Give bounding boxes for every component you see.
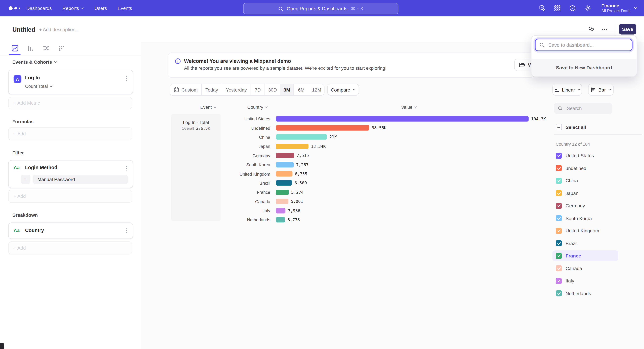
legend-checkbox[interactable]: [556, 203, 562, 209]
select-all-row[interactable]: Select all: [556, 124, 586, 130]
project-switcher[interactable]: Finance All Project Data: [601, 3, 637, 14]
legend-row-brazil[interactable]: Brazil: [552, 238, 618, 249]
legend-row-united-states[interactable]: United States: [552, 150, 618, 161]
nav-item-events[interactable]: Events: [118, 6, 132, 10]
chart-bar[interactable]: [276, 134, 327, 140]
tab-funnels[interactable]: [27, 45, 34, 52]
chart-bar[interactable]: [276, 199, 288, 204]
settings-gear-icon[interactable]: [584, 5, 591, 11]
tab-flows[interactable]: [43, 45, 50, 52]
legend-checkbox[interactable]: [556, 153, 562, 159]
apps-grid-icon[interactable]: [554, 5, 561, 11]
range-12m[interactable]: 12M: [309, 84, 324, 95]
legend-checkbox[interactable]: [556, 253, 562, 259]
range-3m[interactable]: 3M: [280, 84, 294, 95]
dashboard-search-field[interactable]: [535, 38, 632, 51]
column-header-country[interactable]: Country: [237, 105, 278, 109]
breakdown-property-name[interactable]: Country: [25, 228, 44, 233]
help-icon[interactable]: ?: [569, 5, 576, 11]
range-yesterday[interactable]: Yesterday: [222, 84, 251, 95]
legend-checkbox[interactable]: [556, 165, 562, 171]
chart-type-selector[interactable]: Bar: [588, 84, 614, 96]
global-search-button[interactable]: Open Reports & Dashboards ⌘ + K: [243, 3, 398, 14]
chart-bar[interactable]: [276, 125, 369, 131]
legend-checkbox[interactable]: [556, 215, 562, 221]
legend-checkbox[interactable]: [556, 190, 562, 196]
chart-bar[interactable]: [276, 116, 528, 121]
chart-bar[interactable]: [276, 162, 294, 167]
column-header-value[interactable]: Value: [388, 105, 430, 109]
tab-insights[interactable]: [12, 45, 18, 52]
nav-item-reports[interactable]: Reports: [62, 6, 84, 10]
filter-property-name[interactable]: Login Method: [25, 165, 57, 170]
compare-button[interactable]: Compare: [327, 84, 359, 96]
chart-bar[interactable]: [276, 144, 308, 149]
search-icon: [278, 6, 284, 11]
column-header-event[interactable]: Event: [188, 105, 229, 109]
legend-checkbox[interactable]: [556, 228, 562, 234]
add-formula-button[interactable]: + Add: [8, 127, 132, 140]
legend-row-canada[interactable]: Canada: [552, 263, 618, 274]
chart-row: Netherlands3,738: [221, 215, 550, 224]
chart-bar[interactable]: [276, 217, 285, 222]
metric-card[interactable]: A Log In ⋮ Count Total: [8, 70, 133, 94]
legend-row-united-kingdom[interactable]: United Kingdom: [552, 225, 618, 236]
report-title[interactable]: Untitled: [12, 26, 35, 33]
legend-row-netherlands[interactable]: Netherlands: [552, 288, 618, 299]
events-cohorts-header[interactable]: Events & Cohorts: [12, 59, 57, 64]
legend-row-china[interactable]: China: [552, 175, 618, 186]
tab-retention[interactable]: [58, 45, 65, 52]
copy-link-icon[interactable]: [588, 26, 594, 32]
legend-row-germany[interactable]: Germany: [552, 200, 618, 211]
filter-card[interactable]: Aa Login Method ⋮ = Manual Password: [8, 160, 133, 188]
legend-checkbox[interactable]: [556, 240, 562, 246]
range-today[interactable]: Today: [202, 84, 222, 95]
legend-row-undefined[interactable]: undefined: [552, 163, 618, 173]
metric-aggregation[interactable]: Count Total: [25, 84, 53, 89]
more-options-icon[interactable]: ⋯: [601, 25, 608, 33]
series-summary-panel[interactable]: Log In - Total Overall276.5K: [171, 114, 220, 221]
save-to-new-dashboard-button[interactable]: Save to New Dashboard: [532, 59, 636, 76]
add-description[interactable]: + Add description...: [39, 27, 79, 32]
nav-item-dashboards[interactable]: Dashboards: [26, 6, 52, 10]
legend-checkbox[interactable]: [556, 178, 562, 184]
legend-row-japan[interactable]: Japan: [552, 188, 618, 198]
nav-item-users[interactable]: Users: [94, 6, 107, 10]
kebab-menu-icon[interactable]: ⋮: [124, 76, 130, 81]
legend-row-france[interactable]: France: [552, 250, 618, 261]
save-button[interactable]: Save: [619, 24, 636, 34]
legend-label: Japan: [566, 191, 578, 196]
range-7d[interactable]: 7D: [251, 84, 265, 95]
select-all-checkbox[interactable]: [556, 124, 562, 130]
mixpanel-logo-icon[interactable]: [6, 5, 24, 11]
kebab-menu-icon[interactable]: ⋮: [124, 165, 130, 171]
chevron-down-icon: [213, 106, 216, 108]
legend-row-south-korea[interactable]: South Korea: [552, 213, 618, 224]
add-breakdown-button[interactable]: + Add: [8, 241, 132, 255]
chart-bar[interactable]: [276, 171, 292, 177]
scale-selector[interactable]: Linear: [552, 84, 582, 96]
range-30d[interactable]: 30D: [265, 84, 280, 95]
chart-bar[interactable]: [276, 153, 294, 158]
metric-name[interactable]: Log In: [25, 75, 40, 80]
legend-search[interactable]: [554, 103, 612, 114]
check-icon: [557, 254, 561, 258]
chart-bar[interactable]: [276, 180, 292, 186]
filter-operator[interactable]: =: [21, 175, 30, 184]
add-metric-button[interactable]: + Add Metric: [8, 97, 132, 109]
legend-checkbox[interactable]: [556, 265, 562, 271]
add-filter-button[interactable]: + Add: [8, 190, 132, 203]
kebab-menu-icon[interactable]: ⋮: [124, 228, 130, 233]
range-6m[interactable]: 6M: [294, 84, 309, 95]
legend-search-input[interactable]: [566, 105, 609, 111]
data-settings-icon[interactable]: [539, 5, 546, 11]
legend-checkbox[interactable]: [556, 278, 562, 284]
breakdown-card[interactable]: Aa Country ⋮: [8, 222, 133, 239]
legend-checkbox[interactable]: [556, 290, 562, 296]
legend-row-italy[interactable]: Italy: [552, 275, 618, 286]
dashboard-search-input[interactable]: [548, 42, 623, 48]
filter-value[interactable]: Manual Password: [33, 175, 128, 184]
range-custom[interactable]: Custom: [170, 84, 202, 95]
chart-bar[interactable]: [276, 208, 286, 213]
chart-bar[interactable]: [276, 190, 289, 195]
